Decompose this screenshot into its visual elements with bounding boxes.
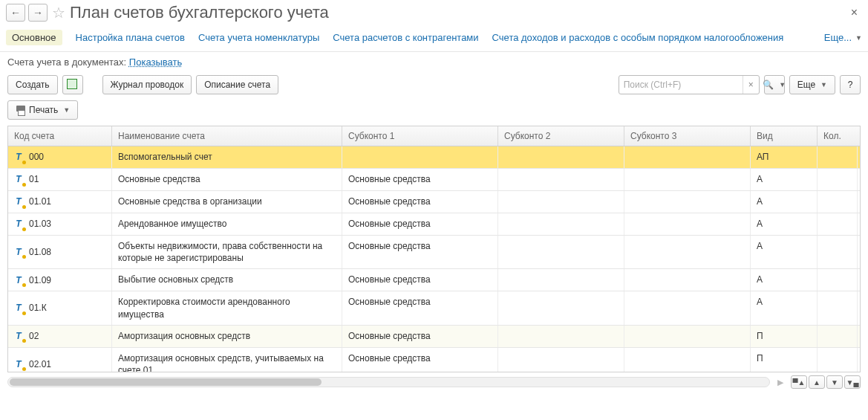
table-row[interactable]: T02.01Амортизация основных средств, учит…	[8, 348, 860, 372]
tab-tax-special[interactable]: Счета доходов и расходов с особым порядк…	[492, 32, 784, 43]
cell-name: Амортизация основных средств	[112, 326, 342, 347]
code-text: 01	[29, 173, 39, 185]
nav-forward-button[interactable]: →	[28, 4, 48, 22]
code-text: 01.К	[29, 302, 47, 314]
chevron-down-icon: ▼	[820, 81, 827, 88]
scroll-bottom-button[interactable]: ▼▄	[844, 375, 861, 389]
cell-kol	[818, 146, 858, 168]
search-icon: 🔍	[763, 80, 774, 90]
cell-name: Вспомогательный счет	[112, 146, 342, 168]
copy-button[interactable]	[62, 75, 83, 94]
col-header-name[interactable]: Наименование счета	[112, 126, 342, 146]
cell-sub3	[624, 169, 751, 190]
horizontal-scrollbar[interactable]	[7, 377, 770, 387]
tab-bar: Основное Настройка плана счетов Счета уч…	[0, 27, 868, 52]
cell-vid: А	[751, 269, 818, 291]
col-header-sub1[interactable]: Субконто 1	[342, 126, 498, 146]
account-icon: T	[13, 173, 25, 185]
cell-sub2	[498, 291, 624, 324]
table-row[interactable]: T01.ККорректировка стоимости арендованно…	[8, 291, 860, 325]
code-text: 01.01	[29, 196, 51, 207]
table-header: Код счета Наименование счета Субконто 1 …	[7, 126, 861, 146]
table-row[interactable]: T02Амортизация основных средствОсновные …	[8, 326, 860, 348]
scroll-top-button[interactable]: ▀▲	[791, 375, 807, 389]
table-row[interactable]: T01.01Основные средства в организацииОсн…	[8, 191, 860, 213]
cell-sub3	[624, 213, 751, 235]
cell-sub2	[498, 146, 624, 168]
cell-code: T01.09	[8, 269, 112, 291]
chevron-down-icon: ▼	[855, 34, 862, 42]
cell-code: T02	[8, 326, 112, 347]
table-row[interactable]: T01Основные средстваОсновные средстваА	[8, 169, 860, 191]
favorite-star-icon[interactable]: ☆	[52, 4, 65, 22]
tab-plan-settings[interactable]: Настройка плана счетов	[76, 32, 185, 43]
cell-sub3	[624, 191, 751, 213]
cell-name: Выбытие основных средств	[112, 269, 342, 291]
scroll-up-button[interactable]: ▲	[809, 375, 825, 389]
cell-sub1: Основные средства	[342, 291, 498, 324]
cell-code: T01	[8, 169, 112, 190]
tab-main[interactable]: Основное	[6, 30, 62, 45]
describe-account-button[interactable]: Описание счета	[196, 75, 278, 94]
scrollbar-thumb[interactable]	[10, 378, 322, 386]
cell-name: Основные средства в организации	[112, 191, 342, 213]
code-text: 01.09	[29, 274, 51, 286]
accounts-in-docs-link[interactable]: Показывать	[129, 56, 182, 68]
create-button[interactable]: Создать	[7, 75, 58, 94]
cell-name: Амортизация основных средств, учитываемы…	[112, 348, 342, 372]
cell-vid: П	[751, 326, 818, 347]
cell-sub1: Основные средства	[342, 191, 498, 213]
cell-sub1	[342, 146, 498, 168]
cell-code: T01.08	[8, 236, 112, 268]
cell-sub3	[624, 348, 751, 372]
table-row[interactable]: T01.08Объекты недвижимости, права собств…	[8, 236, 860, 269]
col-header-sub2[interactable]: Субконто 2	[498, 126, 624, 146]
cell-kol	[818, 269, 858, 291]
account-icon: T	[13, 274, 25, 286]
chevron-down-icon: ▼	[63, 106, 70, 114]
col-header-sub3[interactable]: Субконто 3	[624, 126, 751, 146]
close-icon[interactable]: ×	[846, 6, 862, 19]
account-icon: T	[13, 330, 25, 342]
col-header-code[interactable]: Код счета	[8, 126, 112, 146]
search-clear-icon[interactable]: ×	[743, 76, 759, 94]
table-row[interactable]: T000Вспомогательный счетАП	[8, 146, 860, 169]
nav-back-button[interactable]: ←	[6, 4, 25, 22]
tab-more[interactable]: Еще...	[824, 32, 852, 43]
page-title: План счетов бухгалтерского учета	[70, 3, 329, 22]
tab-contragents[interactable]: Счета расчетов с контрагентами	[333, 32, 478, 43]
account-icon: T	[13, 358, 25, 370]
cell-name: Объекты недвижимости, права собственност…	[112, 236, 342, 268]
cell-vid: А	[751, 213, 818, 235]
help-button[interactable]: ?	[840, 75, 861, 94]
cell-sub2	[498, 213, 624, 235]
cell-vid: А	[751, 291, 818, 324]
col-header-kol[interactable]: Кол.	[818, 126, 858, 146]
code-text: 02	[29, 330, 39, 342]
print-icon	[16, 106, 26, 114]
cell-code: T02.01	[8, 348, 112, 372]
table-row[interactable]: T01.09Выбытие основных средствОсновные с…	[8, 269, 860, 291]
cell-sub1: Основные средства	[342, 236, 498, 268]
cell-sub2	[498, 236, 624, 268]
print-button[interactable]: Печать ▼	[7, 100, 78, 120]
search-input[interactable]	[619, 80, 743, 90]
journal-button[interactable]: Журнал проводок	[102, 75, 192, 94]
cell-sub1: Основные средства	[342, 326, 498, 347]
more-button[interactable]: Еще▼	[789, 75, 835, 94]
cell-vid: АП	[751, 146, 818, 168]
table-row[interactable]: T01.03Арендованное имуществоОсновные сре…	[8, 213, 860, 236]
account-icon: T	[13, 218, 25, 230]
search-input-box[interactable]: ×	[619, 75, 760, 94]
scroll-right-icon[interactable]: ▶	[774, 378, 786, 387]
code-text: 01.03	[29, 218, 51, 230]
tab-nomenclature[interactable]: Счета учета номенклатуры	[198, 32, 319, 43]
cell-sub2	[498, 169, 624, 190]
col-header-vid[interactable]: Вид	[751, 126, 818, 146]
scroll-down-button[interactable]: ▼	[826, 375, 843, 389]
advanced-search-button[interactable]: 🔍▼	[764, 75, 785, 94]
copy-icon	[68, 80, 77, 89]
cell-code: T01.03	[8, 213, 112, 235]
account-icon: T	[13, 151, 25, 163]
code-text: 02.01	[29, 358, 51, 370]
